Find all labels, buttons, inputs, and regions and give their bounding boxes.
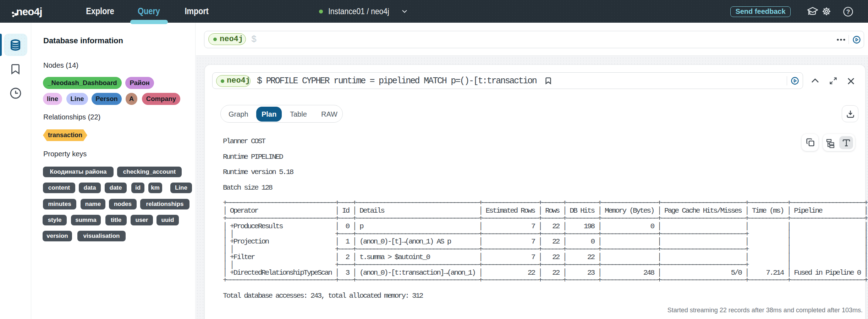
svg-text:neo4j: neo4j [16,6,42,17]
svg-text:?: ? [846,9,850,15]
